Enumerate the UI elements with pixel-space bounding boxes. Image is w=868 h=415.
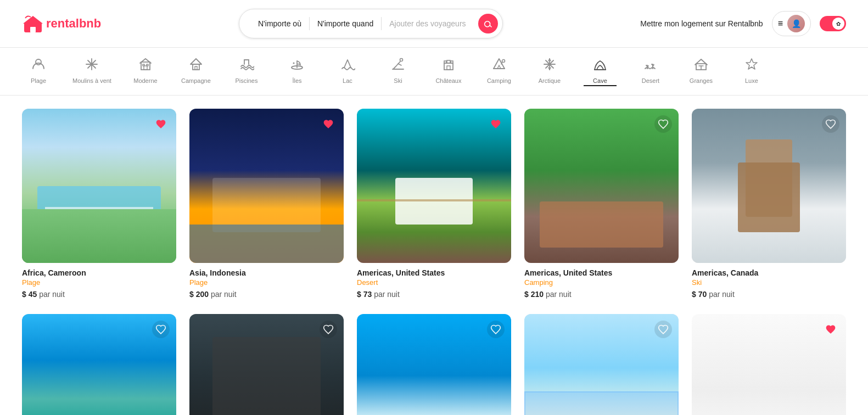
category-item-desert[interactable]: Desert bbox=[634, 57, 667, 86]
listing-price-5: $ 70 par nuit bbox=[692, 290, 846, 299]
heart-button-8[interactable] bbox=[487, 321, 505, 338]
category-item-chateaux[interactable]: Châteaux bbox=[432, 57, 465, 86]
listing-price-2: $ 200 par nuit bbox=[189, 290, 344, 299]
listing-card-6[interactable] bbox=[22, 314, 176, 415]
listings-container: Africa, CameroonPlage$ 45 par nuit Asia,… bbox=[0, 96, 868, 415]
host-link[interactable]: Mettre mon logement sur Rentalbnb bbox=[640, 19, 763, 28]
listing-image-6 bbox=[22, 314, 176, 415]
category-item-moulins[interactable]: Moulins à vent bbox=[72, 57, 111, 86]
category-label-lac: Lac bbox=[343, 77, 352, 84]
logo-text: rentalbnb bbox=[46, 16, 101, 31]
category-icon-moderne bbox=[138, 57, 153, 74]
listing-image-10 bbox=[692, 314, 846, 415]
category-icon-arctique bbox=[542, 57, 557, 74]
listing-price-4: $ 210 par nuit bbox=[524, 290, 679, 299]
heart-button-4[interactable] bbox=[654, 115, 672, 133]
category-icon-iles bbox=[289, 57, 305, 74]
listing-card-7[interactable] bbox=[189, 314, 344, 415]
search-button[interactable] bbox=[478, 14, 498, 33]
category-label-cave: Cave bbox=[593, 77, 607, 84]
toggle-button[interactable]: ✿ bbox=[820, 16, 846, 31]
search-bar: N'importe où N'importe quand Ajouter des… bbox=[239, 9, 503, 38]
category-icon-desert bbox=[643, 57, 658, 74]
listing-location-2: Asia, Indonesia bbox=[189, 268, 344, 277]
category-item-ski[interactable]: Ski bbox=[382, 57, 415, 86]
listing-info-2: Asia, IndonesiaPlage$ 200 par nuit bbox=[189, 263, 344, 301]
category-label-arctique: Arctique bbox=[539, 77, 561, 84]
heart-button-2[interactable] bbox=[320, 115, 337, 133]
search-where[interactable]: N'importe où bbox=[250, 19, 309, 28]
listing-card-9[interactable] bbox=[524, 314, 679, 415]
category-item-arctique[interactable]: Arctique bbox=[533, 57, 566, 86]
category-item-camping[interactable]: Camping bbox=[483, 57, 516, 86]
category-label-chateaux: Châteaux bbox=[435, 77, 461, 84]
category-icon-plage bbox=[31, 57, 46, 74]
category-label-campagne: Campagne bbox=[181, 77, 211, 84]
listing-type-4: Camping bbox=[524, 278, 679, 287]
svg-rect-8 bbox=[144, 66, 147, 70]
category-icon-granges bbox=[693, 57, 709, 74]
heart-button-6[interactable] bbox=[152, 321, 170, 338]
heart-button-7[interactable] bbox=[320, 321, 337, 338]
listing-card-8[interactable] bbox=[357, 314, 511, 415]
svg-rect-15 bbox=[444, 63, 453, 70]
heart-button-5[interactable] bbox=[822, 115, 839, 133]
listing-card-1[interactable]: Africa, CameroonPlage$ 45 par nuit bbox=[22, 109, 176, 301]
listing-info-1: Africa, CameroonPlage$ 45 par nuit bbox=[22, 263, 176, 301]
category-item-granges[interactable]: Granges bbox=[685, 57, 718, 86]
listing-image-5 bbox=[692, 109, 846, 263]
heart-button-9[interactable] bbox=[654, 321, 672, 338]
heart-button-3[interactable] bbox=[487, 115, 505, 133]
search-who[interactable]: Ajouter des voyageurs bbox=[382, 19, 473, 28]
category-icon-cave bbox=[592, 57, 608, 74]
category-icon-camping bbox=[491, 57, 507, 74]
heart-button-10[interactable] bbox=[822, 321, 839, 338]
category-label-moderne: Moderne bbox=[133, 77, 157, 84]
avatar-image: 👤 bbox=[787, 15, 805, 32]
menu-button[interactable]: ≡ 👤 bbox=[772, 11, 811, 36]
search-when[interactable]: N'importe quand bbox=[310, 19, 381, 28]
listing-image-8 bbox=[357, 314, 511, 415]
listing-location-1: Africa, Cameroon bbox=[22, 268, 176, 277]
listing-price-1: $ 45 par nuit bbox=[22, 290, 176, 299]
category-label-granges: Granges bbox=[690, 77, 713, 84]
header: rentalbnb N'importe où N'importe quand A… bbox=[0, 0, 868, 48]
listing-image-1 bbox=[22, 109, 176, 263]
listing-location-3: Americas, United States bbox=[357, 268, 511, 277]
logo[interactable]: rentalbnb bbox=[22, 13, 101, 35]
category-label-plage: Plage bbox=[31, 77, 46, 84]
toggle-icon: ✿ bbox=[836, 21, 841, 27]
listing-image-2 bbox=[189, 109, 344, 263]
svg-point-13 bbox=[293, 63, 294, 64]
category-label-ski: Ski bbox=[394, 77, 402, 84]
heart-button-1[interactable] bbox=[152, 115, 170, 133]
listing-price-3: $ 73 par nuit bbox=[357, 290, 511, 299]
listing-card-5[interactable]: Americas, CanadaSki$ 70 par nuit bbox=[692, 109, 846, 301]
search-icon bbox=[484, 19, 492, 28]
category-icon-campagne bbox=[188, 57, 204, 74]
category-item-iles[interactable]: Îles bbox=[281, 57, 313, 86]
listing-location-5: Americas, Canada bbox=[692, 268, 846, 277]
listing-card-2[interactable]: Asia, IndonesiaPlage$ 200 par nuit bbox=[189, 109, 344, 301]
category-item-plage[interactable]: Plage bbox=[22, 57, 55, 86]
category-label-camping: Camping bbox=[487, 77, 511, 84]
category-icon-lac bbox=[340, 57, 355, 74]
category-item-moderne[interactable]: Moderne bbox=[129, 57, 162, 86]
svg-rect-19 bbox=[447, 66, 450, 70]
listing-card-4[interactable]: Americas, United StatesCamping$ 210 par … bbox=[524, 109, 679, 301]
listing-info-5: Americas, CanadaSki$ 70 par nuit bbox=[692, 263, 846, 301]
category-item-piscines[interactable]: Piscines bbox=[230, 57, 263, 86]
svg-rect-18 bbox=[447, 60, 450, 63]
listing-image-4 bbox=[524, 109, 679, 263]
hamburger-icon: ≡ bbox=[778, 19, 783, 29]
category-item-luxe[interactable]: Luxe bbox=[735, 57, 768, 86]
listing-type-2: Plage bbox=[189, 278, 344, 287]
listing-card-3[interactable]: Americas, United StatesDesert$ 73 par nu… bbox=[357, 109, 511, 301]
categories-nav: PlageMoulins à ventModerneCampagnePiscin… bbox=[0, 48, 868, 96]
category-item-cave[interactable]: Cave bbox=[584, 57, 617, 86]
category-item-lac[interactable]: Lac bbox=[331, 57, 364, 86]
listing-image-9 bbox=[524, 314, 679, 415]
listings-grid: Africa, CameroonPlage$ 45 par nuit Asia,… bbox=[22, 109, 846, 415]
category-item-campagne[interactable]: Campagne bbox=[180, 57, 212, 86]
listing-card-10[interactable] bbox=[692, 314, 846, 415]
